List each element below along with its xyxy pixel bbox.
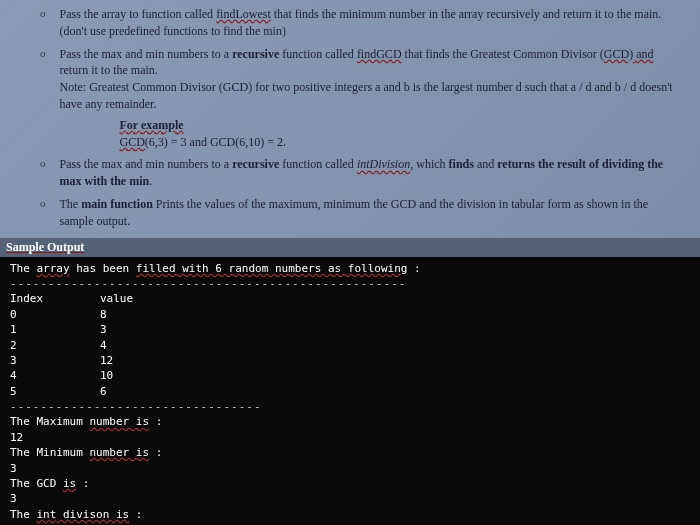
table-row: 13 xyxy=(10,322,690,337)
min-label: The Minimum number is : xyxy=(10,445,690,460)
document-body: o Pass the array to function called find… xyxy=(0,6,700,230)
gcd-label: The GCD is : xyxy=(10,476,690,491)
bullet-marker: o xyxy=(40,46,46,151)
bullet-text: Pass the max and min numbers to a recurs… xyxy=(60,156,681,190)
bullet-text: The main function Prints the values of t… xyxy=(60,196,681,230)
bullet-main: o The main function Prints the values of… xyxy=(40,196,680,230)
divider: ----------------------------------------… xyxy=(10,276,690,291)
bullet-text: Pass the array to function called findLo… xyxy=(60,6,681,40)
example-line: GCD( xyxy=(120,135,149,149)
min-value: 3 xyxy=(10,461,690,476)
sample-output-header: Sample Output xyxy=(0,238,700,257)
div-label: The int divison is : xyxy=(10,507,690,522)
bullet-text: Pass the max and min numbers to a recurs… xyxy=(60,46,681,151)
divider: --------------------------------- xyxy=(10,399,690,414)
bullet-marker: o xyxy=(40,156,46,190)
terminal-output: The array has been filled with 6 random … xyxy=(0,257,700,525)
example-block: For example GCD(6,3) = 3 and GCD(6,10) =… xyxy=(120,117,681,151)
gcd-value: 3 xyxy=(10,491,690,506)
table-header: Indexvalue xyxy=(10,291,690,306)
bullet-marker: o xyxy=(40,6,46,40)
max-value: 12 xyxy=(10,430,690,445)
table-row: 08 xyxy=(10,307,690,322)
table-row: 410 xyxy=(10,368,690,383)
bullet-intdivision: o Pass the max and min numbers to a recu… xyxy=(40,156,680,190)
bullet-findlowest: o Pass the array to function called find… xyxy=(40,6,680,40)
bullet-findgcd: o Pass the max and min numbers to a recu… xyxy=(40,46,680,151)
max-label: The Maximum number is : xyxy=(10,414,690,429)
table-row: 56 xyxy=(10,384,690,399)
table-row: 312 xyxy=(10,353,690,368)
table-row: 24 xyxy=(10,338,690,353)
terminal-intro: The array has been filled with 6 random … xyxy=(10,261,690,276)
bullet-marker: o xyxy=(40,196,46,230)
